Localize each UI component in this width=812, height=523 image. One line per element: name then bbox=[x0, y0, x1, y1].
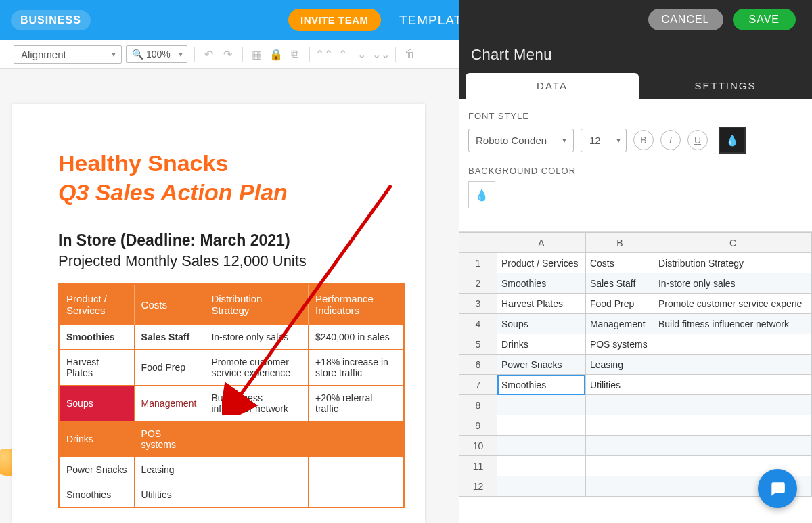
doc-cell[interactable] bbox=[204, 457, 309, 482]
sheet-cell[interactable]: Power Snacks bbox=[497, 355, 586, 375]
doc-cell[interactable]: +18% increase in store traffic bbox=[309, 350, 405, 386]
doc-cell[interactable] bbox=[204, 422, 309, 457]
cancel-button[interactable]: CANCEL bbox=[648, 9, 723, 30]
sheet-cell[interactable] bbox=[497, 436, 586, 456]
sheet-row-header[interactable]: 7 bbox=[459, 375, 497, 395]
sheet-col-header[interactable]: B bbox=[585, 233, 654, 253]
sheet-cell[interactable]: Sales Staff bbox=[585, 273, 654, 294]
sheet-cell[interactable]: Harvest Plates bbox=[497, 294, 586, 314]
sheet-cell[interactable]: Distribution Strategy bbox=[654, 253, 811, 273]
chat-fab[interactable] bbox=[758, 469, 797, 508]
doc-cell[interactable]: Promote customer service experience bbox=[204, 350, 309, 386]
sheet-cell[interactable] bbox=[585, 436, 654, 456]
sheet-row-header[interactable]: 2 bbox=[459, 273, 497, 294]
sheet-cell[interactable]: Drinks bbox=[497, 334, 586, 355]
doc-cell[interactable]: Build fitness influencer network bbox=[204, 386, 309, 422]
sheet-cell[interactable] bbox=[585, 395, 654, 415]
save-button[interactable]: SAVE bbox=[733, 9, 796, 30]
sheet-col-header[interactable]: A bbox=[497, 233, 586, 253]
move-top-icon[interactable]: ⌃⌃ bbox=[317, 47, 332, 62]
doc-cell[interactable] bbox=[309, 457, 405, 482]
sheet-cell[interactable] bbox=[654, 395, 811, 415]
doc-cell[interactable]: Smoothies bbox=[59, 325, 134, 350]
sheet-cell[interactable] bbox=[654, 436, 811, 456]
sheet-cell[interactable]: Food Prep bbox=[585, 294, 654, 314]
doc-cell[interactable] bbox=[309, 482, 405, 508]
tab-data[interactable]: DATA bbox=[466, 73, 639, 99]
redo-icon[interactable]: ↷ bbox=[221, 47, 235, 62]
business-badge[interactable]: BUSINESS bbox=[11, 10, 91, 30]
sheet-cell[interactable] bbox=[585, 476, 654, 497]
doc-cell[interactable]: In-store only sales bbox=[204, 325, 309, 350]
doc-cell[interactable]: $240,000 in sales bbox=[309, 325, 405, 350]
sheet-cell[interactable]: Product / Services bbox=[497, 253, 586, 273]
sheet-cell[interactable] bbox=[585, 456, 654, 476]
doc-cell[interactable]: Sales Staff bbox=[134, 325, 204, 350]
font-family-select[interactable]: Roboto Conden bbox=[468, 129, 574, 152]
sheet-cell[interactable]: Leasing bbox=[585, 355, 654, 375]
sheet-row-header[interactable]: 1 bbox=[459, 253, 497, 273]
sheet-row-header[interactable]: 12 bbox=[459, 476, 497, 497]
sheet-cell[interactable] bbox=[654, 334, 811, 355]
trash-icon[interactable]: 🗑 bbox=[403, 47, 418, 62]
doc-cell[interactable] bbox=[309, 422, 405, 457]
sheet-cell[interactable] bbox=[497, 415, 586, 436]
sheet-cell[interactable] bbox=[497, 395, 586, 415]
sheet-row-header[interactable]: 10 bbox=[459, 436, 497, 456]
sheet-cell[interactable] bbox=[654, 375, 811, 395]
sheet-row-header[interactable]: 9 bbox=[459, 415, 497, 436]
move-down-icon[interactable]: ⌄ bbox=[355, 47, 369, 62]
sheet-cell[interactable]: Build fitness influencer network bbox=[654, 314, 811, 334]
italic-button[interactable]: I bbox=[660, 130, 681, 150]
sheet-cell[interactable]: In-store only sales bbox=[654, 273, 811, 294]
image-icon[interactable]: ▦ bbox=[250, 47, 265, 62]
doc-cell[interactable]: POS systems bbox=[134, 422, 204, 457]
doc-cell[interactable]: Soups bbox=[59, 386, 134, 422]
doc-cell[interactable]: +20% referral traffic bbox=[309, 386, 405, 422]
move-up-icon[interactable]: ⌃ bbox=[336, 47, 351, 62]
sheet-cell[interactable]: Promote customer service experie bbox=[654, 294, 811, 314]
bold-button[interactable]: B bbox=[633, 130, 654, 150]
doc-cell[interactable]: Management bbox=[134, 386, 204, 422]
bg-color-swatch[interactable]: 💧 bbox=[468, 181, 495, 208]
sheet-col-header[interactable]: C bbox=[654, 233, 811, 253]
sheet-cell[interactable]: POS systems bbox=[585, 334, 654, 355]
undo-icon[interactable]: ↶ bbox=[202, 47, 217, 62]
sheet-row-header[interactable]: 5 bbox=[459, 334, 497, 355]
invite-team-button[interactable]: INVITE TEAM bbox=[288, 9, 381, 31]
sheet-cell[interactable]: Soups bbox=[497, 314, 586, 334]
sheet-cell[interactable]: Smoothies bbox=[497, 273, 586, 294]
sheet-row-header[interactable]: 4 bbox=[459, 314, 497, 334]
doc-cell[interactable]: Utilities bbox=[134, 482, 204, 508]
doc-cell[interactable]: Smoothies bbox=[59, 482, 134, 508]
font-size-select[interactable]: 12 bbox=[581, 129, 627, 152]
tab-settings[interactable]: SETTINGS bbox=[639, 73, 812, 99]
sheet-cell[interactable]: Utilities bbox=[585, 375, 654, 395]
font-color-swatch[interactable]: 💧 bbox=[719, 127, 746, 154]
sheet-cell[interactable] bbox=[654, 355, 811, 375]
zoom-select[interactable]: 🔍100% bbox=[126, 45, 187, 63]
sheet-row-header[interactable]: 8 bbox=[459, 395, 497, 415]
sheet-cell[interactable] bbox=[497, 456, 586, 476]
move-bottom-icon[interactable]: ⌄⌄ bbox=[374, 47, 388, 62]
data-spreadsheet[interactable]: ABC1Product / ServicesCostsDistribution … bbox=[459, 232, 812, 497]
sheet-row-header[interactable]: 11 bbox=[459, 456, 497, 476]
alignment-select[interactable]: Alignment bbox=[14, 45, 122, 64]
doc-cell[interactable]: Drinks bbox=[59, 422, 134, 457]
sheet-cell[interactable] bbox=[497, 476, 586, 497]
copy-icon[interactable]: ⧉ bbox=[288, 47, 302, 62]
sheet-row-header[interactable]: 6 bbox=[459, 355, 497, 375]
sheet-row-header[interactable]: 3 bbox=[459, 294, 497, 314]
doc-cell[interactable] bbox=[204, 482, 309, 508]
sheet-cell[interactable] bbox=[585, 415, 654, 436]
doc-cell[interactable]: Food Prep bbox=[134, 350, 204, 386]
sheet-cell[interactable]: Smoothies bbox=[497, 375, 586, 395]
canvas[interactable]: Healthy Snacks Q3 Sales Action Plan In S… bbox=[0, 69, 459, 523]
doc-cell[interactable]: Power Snacks bbox=[59, 457, 134, 482]
document-table[interactable]: Product / ServicesCostsDistribution Stra… bbox=[58, 283, 405, 508]
lock-icon[interactable]: 🔒 bbox=[269, 47, 284, 62]
document-page[interactable]: Healthy Snacks Q3 Sales Action Plan In S… bbox=[12, 104, 425, 523]
underline-button[interactable]: U bbox=[687, 130, 708, 150]
sheet-cell[interactable] bbox=[654, 415, 811, 436]
doc-cell[interactable]: Leasing bbox=[134, 457, 204, 482]
